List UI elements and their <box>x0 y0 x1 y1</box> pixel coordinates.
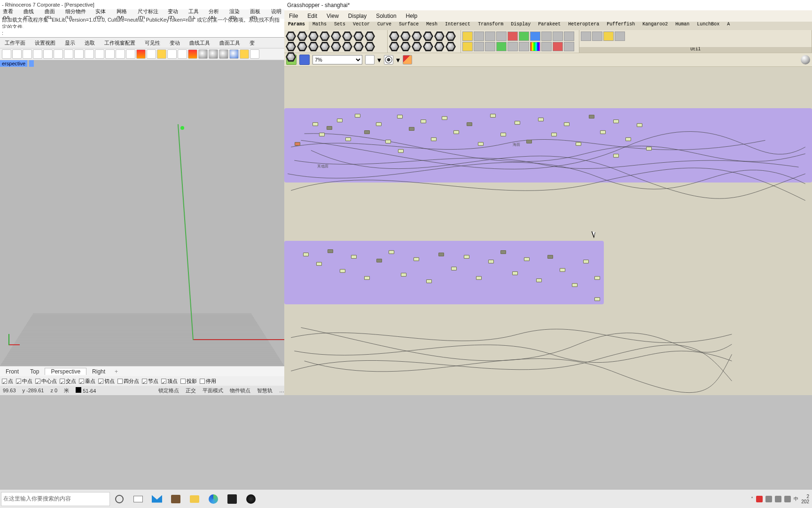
tab-crvtools[interactable]: 曲线工具 <box>185 40 215 47</box>
gh-component[interactable] <box>409 127 414 131</box>
osnap-disable[interactable]: 停用 <box>200 378 216 385</box>
tool-undo-icon[interactable] <box>54 49 63 59</box>
zoom-select[interactable]: 7% <box>312 55 362 64</box>
gh-component[interactable] <box>328 249 333 253</box>
system-tray[interactable]: ˄ 中 2 202 <box>751 494 812 504</box>
cat-more[interactable]: A <box>723 22 734 30</box>
util-1-icon[interactable] <box>581 32 591 41</box>
status-gridsnap[interactable]: 锁定格点 <box>158 387 179 394</box>
tool-sphere1-icon[interactable] <box>198 49 208 59</box>
gh-component[interactable] <box>512 271 518 275</box>
tray-volume-icon[interactable] <box>784 496 791 502</box>
gh-component[interactable] <box>345 137 351 141</box>
gh-component[interactable] <box>583 260 589 263</box>
gh-component[interactable] <box>490 114 496 118</box>
store-app-icon[interactable] <box>166 490 185 508</box>
osnap-tan[interactable]: 切点 <box>98 378 115 385</box>
cat-heteroptera[interactable]: Heteroptera <box>564 22 603 30</box>
gh-component[interactable] <box>572 283 578 287</box>
gh-component[interactable] <box>500 250 506 254</box>
gh-component[interactable] <box>547 255 553 259</box>
gh-component[interactable] <box>476 276 482 280</box>
tool-lock-icon[interactable] <box>167 49 177 59</box>
gh-canvas-toolbar[interactable]: 7% ▾ ▾ <box>284 53 812 67</box>
tool-copy-icon[interactable] <box>33 49 42 59</box>
preview-dropdown-icon[interactable]: ▾ <box>396 56 400 64</box>
param-brep-icon[interactable] <box>365 32 375 41</box>
cat-intersect[interactable]: Intersect <box>441 22 474 30</box>
viewtab-top[interactable]: Top <box>24 368 45 375</box>
obs-app-icon[interactable] <box>242 490 260 508</box>
param-prim6-icon[interactable] <box>445 42 456 51</box>
input-toggle-icon[interactable] <box>485 32 495 41</box>
tab-srftools[interactable]: 曲面工具 <box>215 40 245 47</box>
gh-component[interactable] <box>316 262 322 266</box>
cat-transform[interactable]: Transform <box>474 22 507 30</box>
gh-canvas[interactable]: 海面 其他面 <box>284 67 812 395</box>
cat-display[interactable]: Display <box>507 22 534 30</box>
osnap-mid[interactable]: 中点 <box>16 378 32 385</box>
tray-onedrive-icon[interactable] <box>765 496 772 502</box>
input-graph-icon[interactable] <box>508 32 518 41</box>
gh-component[interactable] <box>414 257 419 261</box>
gh-ribbon[interactable]: Geometry Primitive <box>284 30 812 53</box>
param-geo1-icon[interactable] <box>297 42 307 51</box>
tab-xform2[interactable]: 变 <box>245 40 259 47</box>
gh-component[interactable] <box>646 147 652 151</box>
input-i3-icon[interactable] <box>485 42 495 51</box>
param-mesh-icon[interactable] <box>286 42 296 51</box>
tab-cplane[interactable]: 工作平面 <box>0 40 30 47</box>
input-i9-icon[interactable] <box>564 42 574 51</box>
param-geo6-icon[interactable] <box>353 42 364 51</box>
param-geo7-icon[interactable] <box>365 42 375 51</box>
cat-parakeet[interactable]: Parakeet <box>534 22 564 30</box>
input-i2-icon[interactable] <box>474 42 484 51</box>
gh-component[interactable] <box>312 122 318 126</box>
tool-sphere3-icon[interactable] <box>219 49 228 59</box>
gh-component[interactable] <box>564 122 570 126</box>
input-i1-icon[interactable] <box>462 42 473 51</box>
input-swatch-icon[interactable] <box>530 42 540 51</box>
gh-component[interactable] <box>438 253 444 256</box>
param-geo3-icon[interactable] <box>320 42 330 51</box>
input-i8-icon[interactable] <box>553 42 563 51</box>
cat-surface[interactable]: Surface <box>395 22 422 30</box>
cat-sets[interactable]: Sets <box>330 22 349 30</box>
preview-toggle-icon[interactable] <box>384 55 393 64</box>
gh-menu-help[interactable]: Help <box>401 13 422 19</box>
gh-component[interactable] <box>526 140 532 143</box>
cat-pufferfish[interactable]: Pufferfish <box>603 22 639 30</box>
param-bool-icon[interactable] <box>389 32 399 41</box>
gh-component[interactable] <box>364 130 370 134</box>
taskview-icon[interactable] <box>129 490 148 508</box>
gh-component[interactable] <box>515 121 520 125</box>
ribbon-label-util[interactable]: Util <box>579 47 812 53</box>
status-planar[interactable]: 平面模式 <box>203 387 223 394</box>
gh-component[interactable] <box>594 297 600 301</box>
gh-component[interactable] <box>303 253 309 256</box>
param-colour-icon[interactable] <box>434 32 445 41</box>
gh-component[interactable] <box>467 122 472 126</box>
osnap-end[interactable]: 点 <box>2 378 13 385</box>
input-i4-icon[interactable] <box>496 42 507 51</box>
gh-component[interactable] <box>536 278 542 282</box>
param-line-icon[interactable] <box>320 32 330 41</box>
cortana-icon[interactable] <box>110 490 129 508</box>
rhino-viewport-tabs[interactable]: Front Top Perspective Right + <box>0 366 284 376</box>
gh-component[interactable] <box>613 154 619 158</box>
gh-profile-icon[interactable] <box>801 55 810 64</box>
tool-redo-icon[interactable] <box>64 49 73 59</box>
tab-vpconfig[interactable]: 工作视窗配置 <box>100 40 140 47</box>
input-i7-icon[interactable] <box>541 42 552 51</box>
param-int-icon[interactable] <box>400 32 411 41</box>
gh-component[interactable] <box>351 255 357 259</box>
status-layer-swatch[interactable]: 51-64 <box>76 387 96 394</box>
input-knob-icon[interactable] <box>530 32 540 41</box>
cat-kangaroo2[interactable]: Kangaroo2 <box>639 22 671 30</box>
gh-component[interactable] <box>340 269 345 273</box>
osnap-quad[interactable]: 四分点 <box>117 378 139 385</box>
param-prim5-icon[interactable] <box>434 42 445 51</box>
param-point-icon[interactable] <box>286 32 296 41</box>
viewtab-add[interactable]: + <box>111 368 122 375</box>
status-smart[interactable]: 智慧轨 <box>257 387 273 394</box>
